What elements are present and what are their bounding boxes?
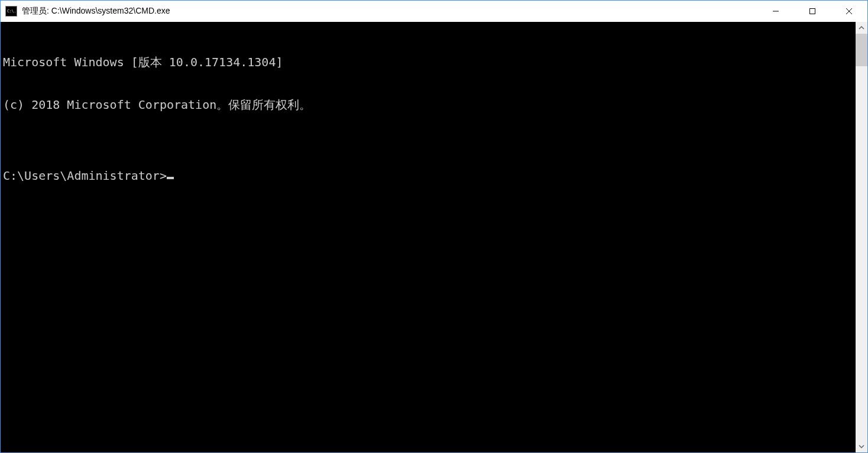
- terminal-output-line: (c) 2018 Microsoft Corporation。保留所有权利。: [3, 98, 853, 112]
- scroll-track[interactable]: [856, 34, 867, 441]
- cmd-icon: C:\.: [5, 6, 17, 17]
- cmd-window: C:\. 管理员: C:\Windows\system32\CMD.exe: [0, 0, 868, 453]
- window-title: 管理员: C:\Windows\system32\CMD.exe: [22, 6, 757, 17]
- terminal-content[interactable]: Microsoft Windows [版本 10.0.17134.1304] (…: [1, 22, 856, 452]
- terminal-output-line: Microsoft Windows [版本 10.0.17134.1304]: [3, 55, 853, 69]
- minimize-icon: [772, 8, 779, 15]
- close-icon: [846, 8, 853, 15]
- terminal-prompt: C:\Users\Administrator>: [3, 169, 167, 183]
- svg-rect-1: [810, 9, 815, 14]
- chevron-up-icon: [859, 25, 864, 31]
- terminal-body: Microsoft Windows [版本 10.0.17134.1304] (…: [1, 22, 867, 452]
- scroll-down-button[interactable]: [856, 441, 867, 452]
- scroll-up-button[interactable]: [856, 22, 867, 34]
- maximize-button[interactable]: [794, 1, 831, 22]
- chevron-down-icon: [859, 444, 864, 449]
- minimize-button[interactable]: [757, 1, 794, 22]
- titlebar[interactable]: C:\. 管理员: C:\Windows\system32\CMD.exe: [1, 1, 867, 22]
- cmd-icon-text: C:\.: [7, 9, 16, 14]
- maximize-icon: [809, 8, 816, 15]
- terminal-cursor: [167, 177, 174, 179]
- terminal-prompt-line: C:\Users\Administrator>: [3, 169, 853, 183]
- vertical-scrollbar[interactable]: [856, 22, 867, 452]
- close-button[interactable]: [831, 1, 867, 22]
- window-controls: [757, 1, 867, 22]
- scroll-thumb[interactable]: [856, 34, 867, 66]
